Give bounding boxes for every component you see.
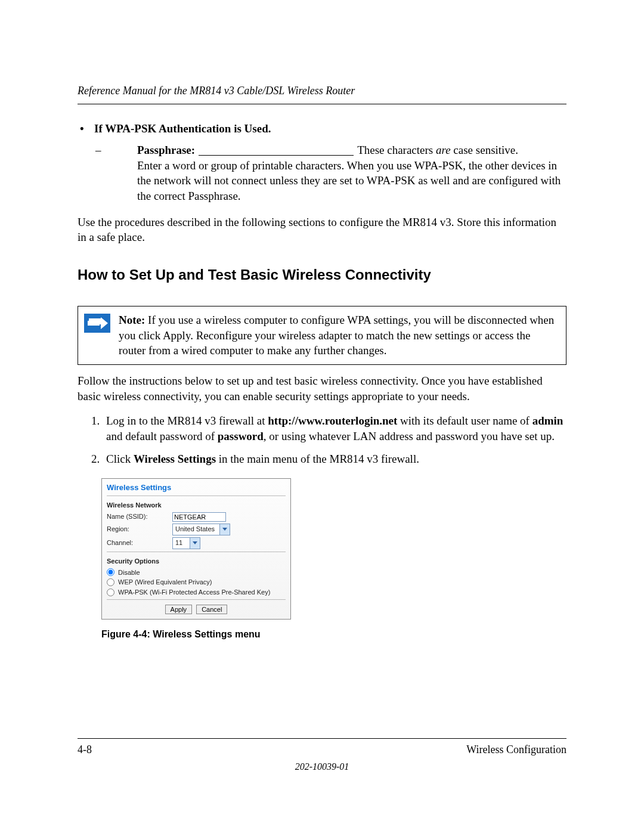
row-channel: Channel: 11 (107, 537, 286, 549)
input-ssid[interactable] (172, 512, 226, 522)
label-region: Region: (107, 525, 172, 534)
row-region: Region: United States (107, 524, 286, 535)
option-disable-label: Disable (118, 568, 140, 577)
option-wpa-psk-label: WPA-PSK (Wi-Fi Protected Access Pre-Shar… (118, 588, 270, 597)
step-1: Log in to the MR814 v3 firewall at http:… (103, 413, 566, 444)
select-channel[interactable]: 11 (172, 537, 200, 549)
use-procedures-paragraph: Use the procedures described in the foll… (78, 215, 566, 245)
option-disable[interactable]: Disable (107, 568, 286, 577)
footer-rule (78, 738, 566, 739)
step-2: Click Wireless Settings in the main menu… (103, 451, 566, 467)
footer-page-number: 4-8 (78, 742, 92, 757)
passphrase-body: Passphrase: These characters are case se… (137, 143, 566, 204)
cancel-button[interactable]: Cancel (196, 605, 227, 614)
select-region-value: United States (173, 524, 219, 535)
bullet-dot: • (78, 121, 94, 137)
bullet-wpa-psk: • If WPA-PSK Authentication is Used. (78, 121, 566, 137)
follow-paragraph: Follow the instructions below to set up … (78, 373, 566, 404)
label-channel: Channel: (107, 538, 172, 547)
passphrase-tail: These characters are case sensitive. (357, 143, 518, 158)
chevron-down-icon[interactable] (190, 538, 200, 549)
page: Reference Manual for the MR814 v3 Cable/… (0, 0, 644, 833)
note-box: Note: If you use a wireless computer to … (78, 306, 566, 365)
select-channel-value: 11 (173, 538, 190, 549)
footer-section-name: Wireless Configuration (466, 742, 566, 757)
option-wep-label: WEP (Wired Equivalent Privacy) (118, 578, 212, 587)
dash-marker: – (78, 143, 137, 204)
panel-divider (107, 599, 286, 600)
passphrase-first-line: Passphrase: These characters are case se… (137, 143, 566, 158)
note-text: Note: If you use a wireless computer to … (119, 312, 559, 358)
apply-button[interactable]: Apply (165, 605, 193, 614)
panel-divider (107, 496, 286, 496)
figure-caption: Figure 4-4: Wireless Settings menu (101, 628, 566, 641)
passphrase-item: – Passphrase: These characters are case … (78, 143, 566, 204)
note-arrow-icon (84, 314, 110, 333)
option-wep[interactable]: WEP (Wired Equivalent Privacy) (107, 578, 286, 587)
note-body: If you use a wireless computer to config… (119, 314, 554, 357)
row-ssid: Name (SSID): (107, 512, 286, 522)
option-wpa-psk[interactable]: WPA-PSK (Wi-Fi Protected Access Pre-Shar… (107, 588, 286, 597)
select-region[interactable]: United States (172, 524, 230, 535)
footer-doc-number: 202-10039-01 (78, 760, 566, 773)
panel-divider (107, 552, 286, 552)
bullet-heading: If WPA-PSK Authentication is Used. (94, 121, 566, 137)
passphrase-blank-line (199, 144, 354, 156)
group-wireless-network: Wireless Network (107, 501, 286, 510)
radio-wpa-psk[interactable] (107, 589, 114, 596)
panel-button-row: Apply Cancel (107, 605, 286, 614)
note-lead: Note: (119, 314, 145, 326)
steps-list: Log in to the MR814 v3 firewall at http:… (78, 413, 566, 466)
label-ssid: Name (SSID): (107, 512, 172, 521)
wireless-settings-panel: Wireless Settings Wireless Network Name … (101, 478, 291, 620)
chevron-down-icon[interactable] (219, 524, 230, 535)
passphrase-description: Enter a word or group of printable chara… (137, 158, 566, 204)
figure-wireless-settings: Wireless Settings Wireless Network Name … (101, 478, 566, 640)
radio-disable[interactable] (107, 568, 114, 576)
section-heading: How to Set Up and Test Basic Wireless Co… (78, 265, 566, 284)
running-header: Reference Manual for the MR814 v3 Cable/… (78, 83, 566, 104)
passphrase-label: Passphrase: (137, 143, 195, 158)
panel-title: Wireless Settings (107, 482, 286, 493)
group-security-options: Security Options (107, 557, 286, 566)
page-footer: 4-8 Wireless Configuration 202-10039-01 (78, 738, 566, 773)
radio-wep[interactable] (107, 578, 114, 586)
